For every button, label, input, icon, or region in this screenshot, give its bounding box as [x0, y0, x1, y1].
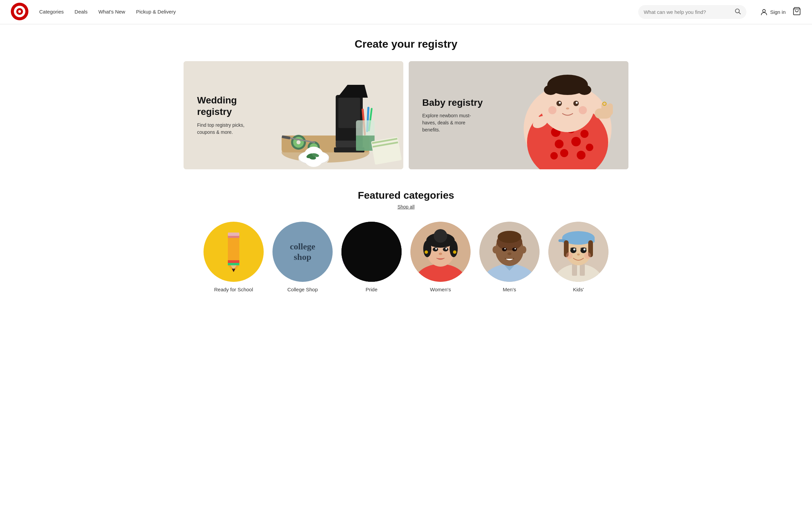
- baby-registry-desc: Explore newborn must-haves, deals & more…: [422, 112, 483, 133]
- category-label-kids: Kids': [573, 287, 584, 292]
- svg-point-113: [493, 246, 498, 253]
- svg-point-94: [435, 248, 437, 250]
- svg-point-107: [498, 231, 521, 243]
- svg-point-93: [443, 247, 448, 251]
- svg-point-110: [504, 248, 506, 249]
- search-input[interactable]: [644, 9, 734, 15]
- pencil-background: [204, 222, 264, 282]
- svg-rect-74: [228, 263, 239, 265]
- svg-line-5: [739, 13, 741, 14]
- baby-card-content: Baby registry Explore newborn must-haves…: [409, 61, 628, 169]
- category-circle-ready-for-school: [204, 222, 264, 282]
- sign-in-label: Sign in: [770, 9, 786, 15]
- svg-point-128: [570, 248, 576, 253]
- pride-arcs-icon: [341, 222, 402, 282]
- categories-row: Ready for School collegeshop College Sho…: [184, 222, 628, 292]
- svg-point-114: [521, 246, 526, 253]
- wedding-card-content: Wedding registry Find top registry picks…: [184, 61, 403, 169]
- wedding-registry-card[interactable]: Wedding registry Find top registry picks…: [184, 61, 403, 169]
- svg-point-6: [763, 9, 765, 12]
- svg-point-3: [18, 10, 21, 13]
- category-label-ready-for-school: Ready for School: [214, 287, 253, 292]
- category-circle-mens: [479, 222, 540, 282]
- svg-point-133: [584, 249, 586, 250]
- target-logo-icon: [11, 3, 28, 20]
- svg-point-98: [453, 250, 456, 254]
- cart-icon: [792, 7, 801, 16]
- category-circle-college-shop: collegeshop: [272, 222, 333, 282]
- category-ready-for-school[interactable]: Ready for School: [203, 222, 264, 292]
- registry-section: Create your registry: [184, 38, 628, 169]
- registry-title: Create your registry: [184, 38, 628, 50]
- main-content: Create your registry: [173, 24, 639, 306]
- svg-point-136: [584, 252, 591, 259]
- main-nav: Categories Deals What's New Pickup & Del…: [39, 7, 630, 17]
- category-circle-pride: [341, 222, 402, 282]
- svg-point-95: [446, 248, 447, 250]
- user-icon: [760, 8, 768, 16]
- svg-point-88: [423, 240, 431, 257]
- svg-point-134: [577, 253, 580, 255]
- svg-rect-80: [341, 222, 402, 282]
- svg-point-129: [580, 248, 587, 253]
- search-bar[interactable]: [638, 5, 746, 19]
- header-actions: Sign in: [760, 7, 801, 18]
- category-circle-womens: [410, 222, 471, 282]
- wedding-registry-desc: Find top registry picks, coupons & more.: [197, 122, 258, 136]
- svg-point-112: [507, 252, 511, 255]
- logo[interactable]: [11, 3, 28, 22]
- svg-rect-119: [572, 264, 577, 276]
- svg-point-135: [566, 252, 573, 259]
- category-womens[interactable]: Women's: [410, 222, 471, 292]
- category-label-college-shop: College Shop: [287, 287, 318, 292]
- baby-registry-title: Baby registry: [422, 97, 490, 108]
- category-circle-kids: [548, 222, 608, 282]
- svg-point-132: [574, 249, 575, 250]
- svg-rect-72: [228, 233, 239, 236]
- kids-photo-icon: [548, 222, 608, 282]
- category-label-womens: Women's: [430, 287, 451, 292]
- category-college-shop[interactable]: collegeshop College Shop: [272, 222, 333, 292]
- search-icon: [734, 8, 741, 16]
- category-label-mens: Men's: [503, 287, 516, 292]
- svg-point-108: [502, 248, 507, 251]
- category-label-pride: Pride: [365, 287, 377, 292]
- svg-point-96: [439, 253, 442, 255]
- shop-all-link[interactable]: Shop all: [398, 204, 415, 210]
- svg-point-91: [434, 229, 447, 243]
- pencil-icon: [218, 230, 249, 274]
- cart-button[interactable]: [792, 7, 801, 18]
- mens-photo-icon: [479, 222, 540, 282]
- category-mens[interactable]: Men's: [479, 222, 540, 292]
- registry-grid: Wedding registry Find top registry picks…: [184, 61, 628, 169]
- category-kids[interactable]: Kids': [548, 222, 609, 292]
- college-shop-text: collegeshop: [286, 238, 318, 266]
- college-background: collegeshop: [272, 222, 333, 282]
- wedding-registry-title: Wedding registry: [197, 95, 265, 117]
- nav-whats-new[interactable]: What's New: [98, 7, 125, 17]
- pride-background: [341, 222, 402, 282]
- nav-pickup-delivery[interactable]: Pickup & Delivery: [136, 7, 176, 17]
- featured-title: Featured categories: [184, 190, 628, 201]
- nav-deals[interactable]: Deals: [75, 7, 88, 17]
- svg-point-97: [425, 250, 428, 254]
- svg-point-109: [512, 248, 517, 251]
- sign-in-button[interactable]: Sign in: [760, 8, 786, 16]
- svg-rect-73: [228, 260, 239, 263]
- nav-categories[interactable]: Categories: [39, 7, 64, 17]
- category-pride[interactable]: Pride: [341, 222, 402, 292]
- svg-point-111: [515, 248, 516, 249]
- svg-point-92: [433, 247, 438, 251]
- svg-rect-120: [580, 264, 585, 276]
- svg-point-89: [450, 240, 458, 257]
- site-header: Categories Deals What's New Pickup & Del…: [0, 0, 812, 24]
- womens-photo-icon: [410, 222, 471, 282]
- baby-registry-card[interactable]: Baby registry Explore newborn must-haves…: [409, 61, 628, 169]
- featured-categories-section: Featured categories Shop all: [184, 190, 628, 292]
